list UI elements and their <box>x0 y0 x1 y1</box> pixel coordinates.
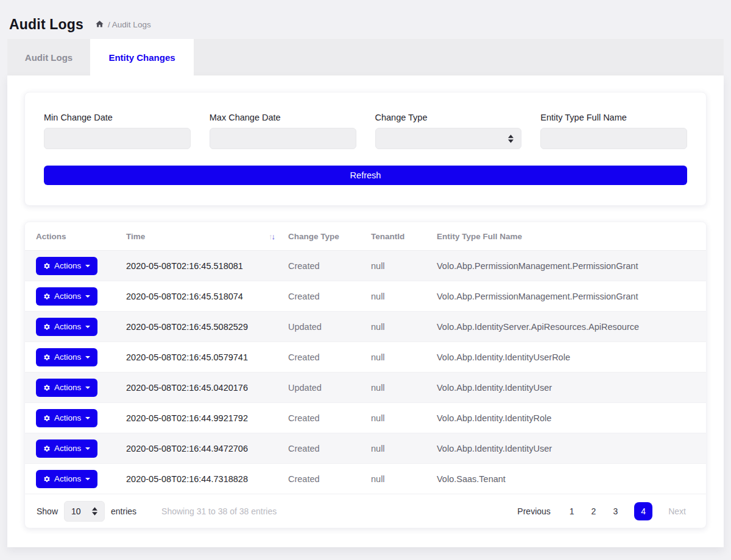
row-actions-label: Actions <box>54 474 81 483</box>
row-actions-button[interactable]: Actions <box>36 439 97 458</box>
entity-changes-table: Actions Time ↑↓ Change Type TenantId Ent… <box>25 222 706 528</box>
column-header-time[interactable]: Time ↑↓ <box>126 232 288 241</box>
row-actions-button[interactable]: Actions <box>36 287 97 306</box>
row-actions-button[interactable]: Actions <box>36 470 97 488</box>
tab-audit-logs[interactable]: Audit Logs <box>7 39 90 75</box>
min-change-date-label: Min Change Date <box>44 113 191 122</box>
pagination-page-4-active[interactable]: 4 <box>634 502 652 520</box>
table-row: Actions 2020-05-08T02:16:44.9921792 Crea… <box>25 403 706 433</box>
caret-down-icon <box>85 326 90 328</box>
table-row: Actions 2020-05-08T02:16:45.518074 Creat… <box>25 281 706 312</box>
change-type-select[interactable] <box>375 128 522 149</box>
row-actions-button[interactable]: Actions <box>36 379 97 397</box>
cell-tenantid: null <box>371 292 437 301</box>
column-header-change-type: Change Type <box>288 232 371 241</box>
table-footer: Show 10 entries Showing 31 to 38 of 38 e… <box>25 494 706 528</box>
table-row: Actions 2020-05-08T02:16:45.0579741 Crea… <box>25 342 706 373</box>
caret-down-icon <box>85 447 90 450</box>
pagination-page-3[interactable]: 3 <box>604 506 626 516</box>
home-icon[interactable] <box>95 19 104 29</box>
cell-change-type: Created <box>288 352 371 362</box>
sort-icon[interactable]: ↑↓ <box>269 232 274 241</box>
pagination-next[interactable]: Next <box>660 506 694 516</box>
cell-time: 2020-05-08T02:16:45.518081 <box>126 261 288 271</box>
cell-actions: Actions <box>25 318 126 336</box>
cell-tenantid: null <box>371 444 437 453</box>
cell-entity-type: Volo.Abp.Identity.IdentityUser <box>437 444 706 453</box>
pagination-previous[interactable]: Previous <box>509 506 560 516</box>
cell-time: 2020-05-08T02:16:45.0579741 <box>126 352 288 362</box>
max-change-date-input[interactable] <box>210 128 356 149</box>
cell-tenantid: null <box>371 322 437 332</box>
entity-type-input[interactable] <box>540 128 687 149</box>
cell-entity-type: Volo.Abp.IdentityServer.ApiResources.Api… <box>437 322 706 332</box>
change-type-label: Change Type <box>375 113 522 122</box>
row-actions-button[interactable]: Actions <box>36 318 97 336</box>
pagination-page-1[interactable]: 1 <box>561 506 583 516</box>
cell-time: 2020-05-08T02:16:44.7318828 <box>126 474 288 484</box>
cell-entity-type: Volo.Abp.Identity.IdentityUser <box>437 383 706 393</box>
pagination: Previous 1 2 3 4 Next <box>509 502 694 520</box>
gear-icon <box>43 293 51 300</box>
filter-grid: Min Change Date Max Change Date Change T… <box>44 113 687 149</box>
caret-down-icon <box>85 417 90 419</box>
cell-entity-type: Volo.Abp.Identity.IdentityRole <box>437 413 706 423</box>
refresh-button[interactable]: Refresh <box>44 166 687 185</box>
cell-entity-type: Volo.Abp.PermissionManagement.Permission… <box>437 292 706 301</box>
pagination-page-2[interactable]: 2 <box>583 506 605 516</box>
row-actions-label: Actions <box>54 322 81 331</box>
show-label: Show <box>37 506 58 516</box>
up-down-arrows-icon <box>92 507 97 516</box>
caret-down-icon <box>85 356 90 359</box>
caret-down-icon <box>85 265 90 267</box>
cell-time: 2020-05-08T02:16:44.9921792 <box>126 413 288 423</box>
caret-down-icon <box>85 387 90 389</box>
showing-entries-text: Showing 31 to 38 of 38 entries <box>161 506 277 516</box>
row-actions-button[interactable]: Actions <box>36 257 97 275</box>
cell-actions: Actions <box>25 257 126 275</box>
cell-tenantid: null <box>371 261 437 271</box>
cell-actions: Actions <box>25 348 126 366</box>
cell-entity-type: Volo.Saas.Tenant <box>437 474 706 484</box>
table-header-row: Actions Time ↑↓ Change Type TenantId Ent… <box>25 222 706 251</box>
cell-tenantid: null <box>371 352 437 362</box>
column-header-actions: Actions <box>25 232 126 241</box>
table-row: Actions 2020-05-08T02:16:45.0420176 Upda… <box>25 373 706 403</box>
cell-entity-type: Volo.Abp.Identity.IdentityUserRole <box>437 352 706 362</box>
cell-actions: Actions <box>25 287 126 306</box>
cell-change-type: Created <box>288 413 371 423</box>
max-change-date-label: Max Change Date <box>210 113 356 122</box>
cell-change-type: Created <box>288 261 371 271</box>
row-actions-label: Actions <box>54 413 81 422</box>
breadcrumb-path: / Audit Logs <box>108 20 151 29</box>
up-down-arrows-icon <box>508 135 514 143</box>
row-actions-label: Actions <box>54 261 81 270</box>
row-actions-button[interactable]: Actions <box>36 409 97 427</box>
min-change-date-input[interactable] <box>44 128 191 149</box>
page-title: Audit Logs <box>9 16 83 33</box>
cell-time: 2020-05-08T02:16:45.5082529 <box>126 322 288 332</box>
tab-entity-changes[interactable]: Entity Changes <box>90 39 194 75</box>
page-header: Audit Logs / Audit Logs <box>0 0 731 39</box>
tab-container: Audit Logs Entity Changes Min Change Dat… <box>7 39 724 547</box>
gear-icon <box>43 354 51 361</box>
cell-tenantid: null <box>371 383 437 393</box>
page-size-select[interactable]: 10 <box>64 501 105 522</box>
page-size-value: 10 <box>71 506 81 516</box>
cell-tenantid: null <box>371 413 437 423</box>
filter-field-change-type: Change Type <box>375 113 522 149</box>
row-actions-label: Actions <box>54 292 81 301</box>
row-actions-label: Actions <box>54 352 81 362</box>
table-body: Actions 2020-05-08T02:16:45.518081 Creat… <box>25 251 706 494</box>
cell-time: 2020-05-08T02:16:44.9472706 <box>126 444 288 453</box>
cell-change-type: Created <box>288 444 371 453</box>
breadcrumb: / Audit Logs <box>95 20 151 29</box>
gear-icon <box>43 415 51 422</box>
entity-type-label: Entity Type Full Name <box>540 113 687 122</box>
filter-field-max-change-date: Max Change Date <box>210 113 356 149</box>
cell-change-type: Updated <box>288 383 371 393</box>
cell-actions: Actions <box>25 409 126 427</box>
filter-card: Min Change Date Max Change Date Change T… <box>24 92 707 206</box>
cell-change-type: Updated <box>288 322 371 332</box>
row-actions-button[interactable]: Actions <box>36 348 97 366</box>
